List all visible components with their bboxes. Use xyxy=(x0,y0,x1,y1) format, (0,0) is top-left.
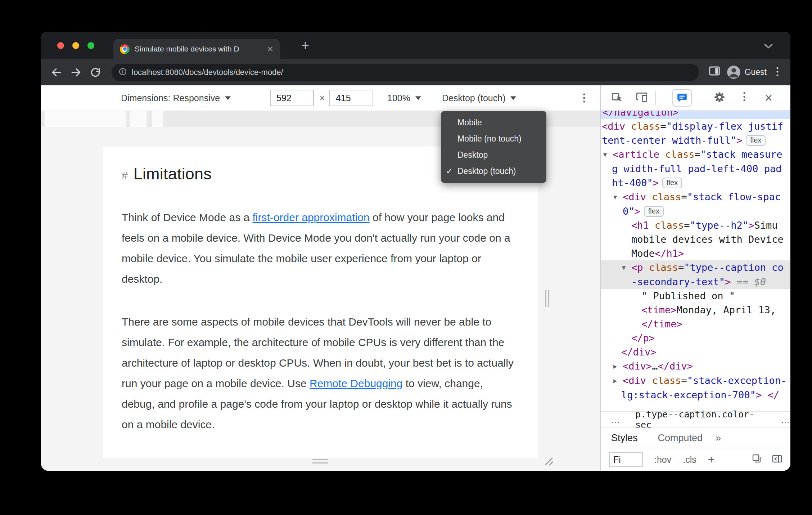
devtools-settings-gear-icon[interactable] xyxy=(713,91,726,105)
tree-line[interactable]: </time> xyxy=(601,317,790,331)
back-button[interactable] xyxy=(50,66,63,79)
tree-line[interactable]: tent-center width-full">flex xyxy=(601,133,790,147)
tree-line[interactable]: ▶<div class="stack-exception- xyxy=(601,373,790,388)
flex-badge[interactable]: flex xyxy=(746,135,766,146)
breadcrumb-overflow-right[interactable]: … xyxy=(781,415,790,425)
console-messages-button[interactable] xyxy=(672,89,692,107)
new-tab-button[interactable]: + xyxy=(297,37,313,53)
ruler-segment xyxy=(45,111,126,127)
collapse-arrow-icon[interactable]: ▶ xyxy=(613,374,623,388)
side-panel-icon[interactable] xyxy=(709,66,720,79)
chrome-favicon-icon xyxy=(120,44,130,54)
zoom-window-button[interactable] xyxy=(87,42,94,49)
first-order-approximation-link[interactable]: first-order approximation xyxy=(253,211,370,223)
collapse-arrow-icon[interactable]: ▶ xyxy=(613,359,623,373)
flex-badge[interactable]: flex xyxy=(644,206,664,217)
heading-anchor[interactable]: # xyxy=(122,170,128,182)
tree-segment: <h1 xyxy=(631,220,655,231)
tab-styles[interactable]: Styles xyxy=(611,433,638,444)
tree-line[interactable]: " Published on " xyxy=(601,289,790,303)
chevron-down-icon xyxy=(510,96,516,100)
tree-segment: mobile devices with Device xyxy=(631,234,784,245)
new-style-rule-button[interactable]: + xyxy=(708,454,715,465)
paragraph-1: Think of Device Mode as a first-order ap… xyxy=(122,207,519,289)
tree-segment: <div xyxy=(602,121,631,132)
tree-segment: <div xyxy=(623,375,652,386)
viewport-width-resize-handle[interactable] xyxy=(545,290,549,307)
tree-segment: class xyxy=(655,220,684,231)
tab-close-icon[interactable]: × xyxy=(267,44,273,54)
minimize-window-button[interactable] xyxy=(72,42,79,49)
tree-line[interactable]: </navigation> xyxy=(601,111,790,119)
viewport-corner-resize-handle[interactable] xyxy=(542,455,554,468)
tree-line[interactable]: Mode</h1> xyxy=(601,246,790,260)
simulated-page: # Limitations Think of Device Mode as a … xyxy=(103,147,538,458)
profile-button[interactable]: Guest xyxy=(727,66,767,79)
inspect-element-icon[interactable] xyxy=(611,91,624,105)
sidebar-tabs: Styles Computed » xyxy=(601,427,790,448)
browser-menu-icon[interactable] xyxy=(774,66,781,79)
tree-line[interactable]: ▼<div class="stack flow-spac xyxy=(601,190,790,204)
site-info-icon[interactable] xyxy=(119,68,127,77)
tree-line[interactable]: <div class="display-flex justif xyxy=(601,119,790,133)
height-input[interactable] xyxy=(329,90,373,106)
tree-line[interactable]: ▼<article class="stack measure xyxy=(601,147,790,162)
more-tabs-chevron[interactable]: » xyxy=(716,433,721,444)
device-type-select[interactable]: Desktop (touch) xyxy=(442,93,516,103)
expand-arrow-icon[interactable]: ▼ xyxy=(603,148,613,162)
device-toolbar-more-icon[interactable] xyxy=(583,92,586,104)
tree-line[interactable]: lg:stack-exception-700"> </ xyxy=(601,388,790,402)
page-heading: Limitations xyxy=(134,165,212,183)
tree-line[interactable]: mobile devices with Device xyxy=(601,232,790,246)
tree-segment: "type--h2" xyxy=(690,220,749,231)
width-input[interactable] xyxy=(270,90,314,106)
tree-segment: tent-center width-full" xyxy=(602,135,736,146)
copy-styles-icon[interactable] xyxy=(752,453,762,466)
dock-sidebar-icon[interactable] xyxy=(772,453,782,466)
toggle-element-state-button[interactable]: :hov xyxy=(654,454,671,465)
tree-line[interactable]: ht-400">flex xyxy=(601,176,790,190)
remote-debugging-link[interactable]: Remote Debugging xyxy=(310,377,403,389)
tree-segment: = xyxy=(684,220,690,231)
breadcrumb-selected-node[interactable]: p.type--caption.color-sec xyxy=(635,409,766,430)
tree-line[interactable]: 0">flex xyxy=(601,204,790,218)
zoom-select[interactable]: 100% xyxy=(387,93,421,103)
tree-segment: "stack measure xyxy=(700,149,782,160)
tree-line[interactable]: -secondary-text"> == $0 xyxy=(601,275,790,289)
menu-item-desktop[interactable]: Desktop xyxy=(441,147,546,163)
tab-search-chevron-icon[interactable] xyxy=(764,43,773,50)
device-toolbar-toggle-icon[interactable] xyxy=(636,91,649,105)
url-text: localhost:8080/docs/devtools/device-mode… xyxy=(132,68,283,77)
viewport-height-resize-handle[interactable] xyxy=(312,459,328,466)
forward-button[interactable] xyxy=(70,66,82,79)
browser-tab[interactable]: Simulate mobile devices with D × xyxy=(113,39,280,59)
device-type-menu: MobileMobile (no touch)Desktop✓Desktop (… xyxy=(441,111,546,183)
tree-line[interactable]: g width-full pad-left-400 pad xyxy=(601,162,790,176)
tree-line[interactable]: ▶<div>…</div> xyxy=(601,359,790,373)
dimensions-select[interactable]: Dimensions: Responsive xyxy=(121,93,231,103)
menu-item-mobile-no-touch[interactable]: Mobile (no touch) xyxy=(441,131,546,147)
flex-badge[interactable]: flex xyxy=(662,178,682,188)
tab-computed[interactable]: Computed xyxy=(658,433,703,444)
tree-segment: class xyxy=(652,375,681,386)
menu-item-desktop-touch[interactable]: ✓Desktop (touch) xyxy=(441,163,546,179)
tree-line[interactable]: </p> xyxy=(601,331,790,345)
tree-line[interactable]: ▼<p class="type--caption co xyxy=(601,260,790,275)
devtools-close-icon[interactable]: × xyxy=(765,91,772,104)
toolbar-separator xyxy=(655,91,656,105)
menu-item-label: Mobile xyxy=(457,118,482,127)
address-bar[interactable]: localhost:8080/docs/devtools/device-mode… xyxy=(112,64,699,81)
breadcrumb-overflow-left[interactable]: … xyxy=(611,415,621,425)
close-window-button[interactable] xyxy=(57,42,64,49)
tree-line[interactable]: </div> xyxy=(601,345,790,359)
devtools-menu-icon[interactable] xyxy=(743,90,746,105)
tree-segment: </div> xyxy=(621,346,657,358)
expand-arrow-icon[interactable]: ▼ xyxy=(613,190,623,204)
tree-line[interactable]: <h1 class="type--h2">Simu xyxy=(601,218,790,232)
reload-button[interactable] xyxy=(89,66,102,79)
expand-arrow-icon[interactable]: ▼ xyxy=(622,261,631,275)
tree-line[interactable]: <time>Monday, April 13, xyxy=(601,303,790,317)
element-classes-button[interactable]: .cls xyxy=(683,454,696,465)
styles-filter-input[interactable] xyxy=(609,452,643,467)
menu-item-mobile[interactable]: Mobile xyxy=(441,115,546,131)
